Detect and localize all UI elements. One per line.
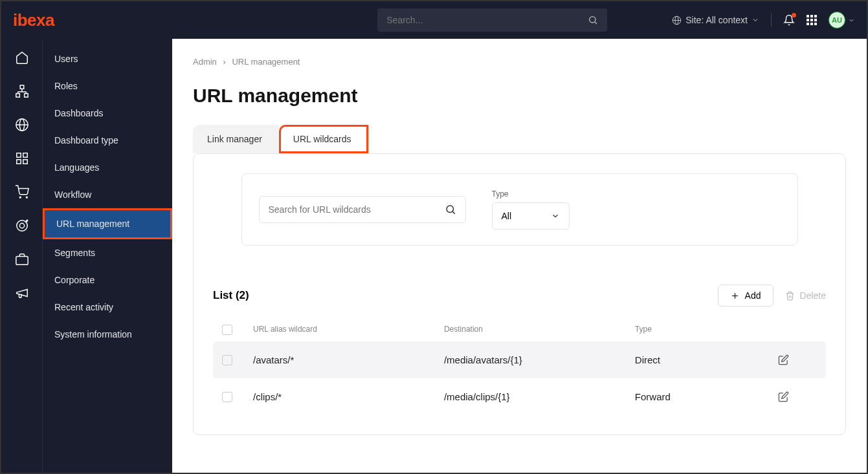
filter-type: Type All — [492, 189, 570, 230]
delete-button[interactable]: Delete — [785, 290, 826, 301]
svg-rect-5 — [20, 85, 24, 89]
chevron-down-icon — [751, 16, 759, 24]
rail-briefcase-icon[interactable] — [15, 252, 29, 266]
svg-rect-7 — [24, 94, 27, 98]
apps-button[interactable] — [807, 15, 817, 25]
avatar: AU — [829, 12, 845, 28]
rail-globe-icon[interactable] — [15, 118, 29, 132]
sidebar-item-dashboard-type[interactable]: Dashboard type — [43, 127, 172, 154]
tab-link-manager[interactable]: Link manager — [193, 125, 279, 153]
tabs: Link manager URL wildcards — [193, 125, 846, 153]
svg-rect-6 — [16, 94, 19, 98]
rail-target-icon[interactable] — [15, 219, 29, 233]
sidebar-item-recent-activity[interactable]: Recent activity — [43, 294, 172, 321]
panel: Type All List (2) Add Delete — [193, 153, 846, 435]
svg-point-24 — [447, 206, 454, 213]
filter-row: Type All — [241, 173, 798, 246]
search-icon — [588, 15, 598, 25]
svg-line-1 — [595, 22, 597, 24]
sidebar-item-segments[interactable]: Segments — [43, 239, 172, 266]
svg-point-22 — [19, 223, 24, 228]
notification-dot — [792, 13, 796, 17]
search-icon — [445, 204, 456, 215]
column-type: Type — [635, 325, 778, 335]
svg-point-20 — [26, 197, 27, 198]
table-header: URL alias wildcard Destination Type — [213, 318, 826, 341]
row-checkbox[interactable] — [222, 355, 232, 365]
delete-button-label: Delete — [800, 290, 826, 301]
sidebar-item-workflow[interactable]: Workflow — [43, 181, 172, 208]
sidebar-item-corporate[interactable]: Corporate — [43, 266, 172, 294]
filter-type-select[interactable]: All — [492, 202, 570, 230]
top-bar: ibexa Site: All context AU — [1, 1, 867, 39]
rail-home-icon[interactable] — [15, 50, 29, 65]
sidebar-item-languages[interactable]: Languages — [43, 154, 172, 181]
trash-icon — [785, 291, 795, 301]
sidebar-item-system-information[interactable]: System information — [43, 321, 172, 348]
breadcrumb: Admin › URL management — [193, 57, 846, 67]
svg-rect-17 — [16, 160, 20, 164]
site-context-selector[interactable]: Site: All context — [672, 15, 759, 25]
tab-label: Link manager — [207, 134, 262, 144]
global-search-input[interactable] — [386, 15, 588, 25]
divider — [771, 13, 772, 27]
cell-type: Direct — [635, 354, 778, 365]
sidebar-item-dashboards[interactable]: Dashboards — [43, 100, 172, 127]
cell-destination: /media/clips/{1} — [444, 391, 635, 402]
rail-cart-icon[interactable] — [15, 185, 29, 199]
global-search[interactable] — [377, 8, 607, 32]
logo: ibexa — [13, 10, 54, 30]
svg-rect-18 — [23, 160, 27, 164]
page-title: URL management — [193, 85, 846, 107]
plus-icon — [730, 291, 740, 301]
add-button[interactable]: Add — [718, 285, 773, 307]
filter-search[interactable] — [259, 196, 466, 223]
tab-url-wildcards[interactable]: URL wildcards — [279, 125, 368, 153]
filter-type-value: All — [502, 211, 512, 221]
sidebar: Users Roles Dashboards Dashboard type La… — [43, 39, 172, 473]
edit-button[interactable] — [778, 391, 817, 402]
filter-search-input[interactable] — [269, 204, 445, 215]
row-checkbox[interactable] — [222, 392, 232, 402]
top-right: Site: All context AU — [672, 12, 855, 28]
svg-rect-15 — [16, 153, 20, 157]
svg-rect-23 — [16, 256, 27, 264]
user-menu[interactable]: AU — [829, 12, 855, 28]
sidebar-item-users[interactable]: Users — [43, 45, 172, 72]
column-alias: URL alias wildcard — [253, 325, 444, 335]
list-header: List (2) Add Delete — [213, 285, 826, 307]
globe-icon — [672, 16, 682, 25]
breadcrumb-current: URL management — [232, 57, 300, 67]
chevron-down-icon — [848, 17, 855, 24]
select-all-checkbox[interactable] — [222, 325, 232, 335]
chevron-down-icon — [551, 211, 560, 221]
svg-point-0 — [590, 17, 595, 23]
breadcrumb-separator: › — [223, 57, 225, 67]
icon-rail — [1, 39, 43, 473]
breadcrumb-root[interactable]: Admin — [193, 57, 217, 67]
list-actions: Add Delete — [718, 285, 826, 307]
svg-line-25 — [452, 211, 454, 213]
cell-destination: /media/avatars/{1} — [444, 354, 635, 365]
add-button-label: Add — [745, 290, 761, 301]
cell-alias: /avatars/* — [253, 354, 444, 365]
notifications-button[interactable] — [783, 14, 795, 26]
column-destination: Destination — [444, 325, 635, 335]
table: URL alias wildcard Destination Type /ava… — [213, 318, 826, 415]
cell-type: Forward — [635, 391, 778, 402]
svg-rect-16 — [23, 153, 27, 157]
rail-sitemap-icon[interactable] — [15, 84, 29, 98]
filter-type-label: Type — [492, 189, 570, 199]
rail-megaphone-icon[interactable] — [15, 286, 29, 300]
edit-button[interactable] — [778, 354, 817, 365]
cell-alias: /clips/* — [253, 391, 444, 402]
table-row: /clips/* /media/clips/{1} Forward — [213, 378, 826, 415]
sidebar-item-roles[interactable]: Roles — [43, 72, 172, 100]
site-context-label: Site: All context — [685, 15, 748, 25]
sidebar-item-url-management[interactable]: URL management — [43, 208, 172, 239]
main-content: Admin › URL management URL management Li… — [172, 39, 867, 473]
tab-label: URL wildcards — [293, 134, 351, 144]
svg-point-19 — [19, 197, 21, 198]
rail-blocks-icon[interactable] — [15, 151, 29, 166]
table-row: /avatars/* /media/avatars/{1} Direct — [213, 341, 826, 378]
